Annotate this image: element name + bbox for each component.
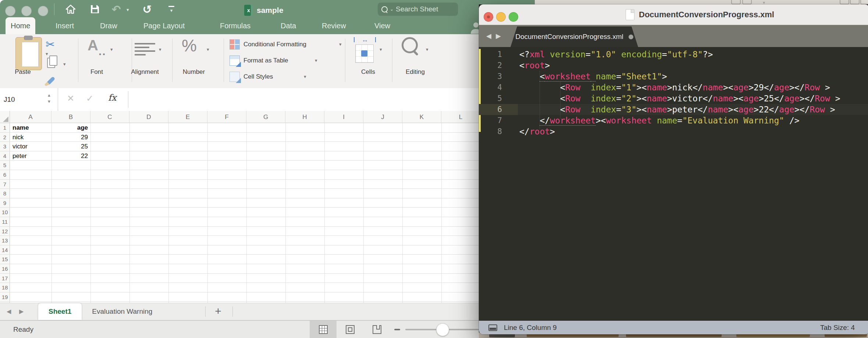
cut-icon[interactable]: ✂ [46,38,55,51]
paste-button[interactable] [15,37,42,70]
close-button[interactable] [5,6,15,16]
column-header-C[interactable]: C [90,111,129,123]
row-header-3[interactable]: 3 [0,142,10,151]
confirm-entry-icon[interactable]: ✓ [86,93,93,104]
alignment-icon[interactable] [135,43,155,58]
select-all-button[interactable] [0,111,10,123]
column-header-A[interactable]: A [10,111,51,123]
row-header-4[interactable]: 4 [0,151,10,161]
format-as-table-button[interactable]: Format as Table [243,57,288,64]
copy-icon[interactable] [47,58,55,68]
code-line-8[interactable]: </root> [519,126,555,137]
row-header-13[interactable]: 13 [0,236,10,245]
code-line-3[interactable]: <worksheet name="Sheet1"> [519,71,667,82]
row-header-18[interactable]: 18 [0,283,10,292]
column-header-D[interactable]: D [129,111,168,123]
save-icon[interactable] [88,2,102,16]
ribbon-tab-page-layout[interactable]: Page Layout [138,17,190,34]
ribbon-tab-insert[interactable]: Insert [50,17,79,34]
cell-styles-icon[interactable] [230,72,240,82]
ribbon-tab-home[interactable]: Home [6,17,35,34]
code-line-1[interactable]: <?xml version="1.0" encoding="utf-8"?> [519,49,713,60]
column-header-J[interactable]: J [363,111,402,123]
nav-forward-icon[interactable]: ▶ [496,25,501,47]
conditional-formatting-icon[interactable] [230,39,240,50]
font-caret-icon[interactable]: ▾ [110,47,113,52]
insert-function-icon[interactable]: fx [108,93,116,103]
column-header-H[interactable]: H [285,111,324,123]
cell-B1[interactable]: age [51,123,90,133]
paste-caret-icon[interactable]: ▾ [46,51,48,57]
row-header-17[interactable]: 17 [0,274,10,283]
number-percent-icon[interactable]: % [182,36,197,55]
cell-A4[interactable]: peter [10,151,51,161]
close-button[interactable] [484,12,493,22]
next-sheet-icon[interactable]: ▶ [19,303,24,320]
row-header-8[interactable]: 8 [0,189,10,198]
code-line-7[interactable]: </worksheet><worksheet name="Evaluation … [519,115,800,126]
normal-view-button[interactable] [310,321,337,338]
page-layout-view-button[interactable] [337,321,363,338]
column-header-G[interactable]: G [246,111,285,123]
ribbon-tab-draw[interactable]: Draw [95,17,122,34]
cells-caret-icon[interactable]: ▾ [380,47,382,52]
nav-back-icon[interactable]: ◀ [486,25,491,47]
panel-icon[interactable] [488,324,497,331]
code-line-2[interactable]: <root> [519,60,550,71]
row-header-19[interactable]: 19 [0,292,10,302]
search-input[interactable]: ⌄ Search Sheet [378,3,458,16]
spreadsheet-grid[interactable]: ABCDEFGHIJKL1234567891011121314151617181… [0,111,479,303]
conditional-formatting-caret-icon[interactable]: ▾ [339,42,342,47]
ribbon-tab-data[interactable]: Data [275,17,301,34]
row-header-9[interactable]: 9 [0,198,10,208]
zoom-button[interactable] [509,12,518,22]
row-header-2[interactable]: 2 [0,133,10,142]
ribbon-tab-review[interactable]: Review [317,17,351,34]
page-break-view-button[interactable] [363,321,390,338]
cell-A2[interactable]: nick [10,133,51,142]
cell-styles-caret-icon[interactable]: ▾ [304,74,306,79]
code-line-5[interactable]: <Row index="2"><name>victor</name><age>2… [519,93,840,104]
format-painter-icon[interactable] [43,77,55,88]
undo-icon[interactable]: ↶ [110,2,123,16]
editor-active-tab[interactable]: DocumentConversionProgress.xml [511,26,638,47]
copy-caret-icon[interactable]: ▾ [63,61,66,67]
editing-caret-icon[interactable]: ▾ [426,47,428,52]
column-header-I[interactable]: I [324,111,363,123]
row-header-16[interactable]: 16 [0,264,10,273]
cells-icon[interactable] [355,44,374,63]
row-header-1[interactable]: 1 [0,123,10,132]
format-as-table-icon[interactable] [230,55,240,66]
zoom-button[interactable] [38,6,48,16]
row-header-5[interactable]: 5 [0,161,10,170]
row-header-11[interactable]: 11 [0,217,10,226]
number-caret-icon[interactable]: ▾ [207,47,209,52]
add-sheet-button[interactable]: + [213,303,224,320]
row-header-12[interactable]: 12 [0,227,10,236]
column-header-F[interactable]: F [207,111,246,123]
ribbon-tab-formulas[interactable]: Formulas [215,17,256,34]
minimize-button[interactable] [21,6,32,16]
cell-A1[interactable]: name [10,123,51,133]
column-header-L[interactable]: L [441,111,479,123]
row-header-7[interactable]: 7 [0,180,10,189]
row-header-6[interactable]: 6 [0,170,10,179]
cell-styles-button[interactable]: Cell Styles [243,73,273,80]
home-icon[interactable] [64,2,77,16]
formula-input[interactable] [131,90,477,110]
ribbon-tab-view[interactable]: View [369,17,395,34]
zoom-out-icon[interactable] [394,329,400,330]
redo-icon[interactable]: ↺ [140,2,154,16]
column-header-B[interactable]: B [51,111,90,123]
editing-search-icon[interactable] [402,37,418,53]
prev-sheet-icon[interactable]: ◀ [7,303,11,320]
column-header-K[interactable]: K [402,111,441,123]
format-as-table-caret-icon[interactable]: ▾ [315,58,317,63]
row-header-15[interactable]: 15 [0,255,10,264]
sheet-tab-sheet1[interactable]: Sheet1 [38,303,82,320]
row-header-10[interactable]: 10 [0,208,10,217]
minimize-button[interactable] [496,12,506,22]
cell-B3[interactable]: 25 [51,142,90,151]
code-line-6[interactable]: <Row index="3"><name>peter</name><age>22… [519,104,835,115]
customize-toolbar-icon[interactable]: ▾ [165,2,178,16]
